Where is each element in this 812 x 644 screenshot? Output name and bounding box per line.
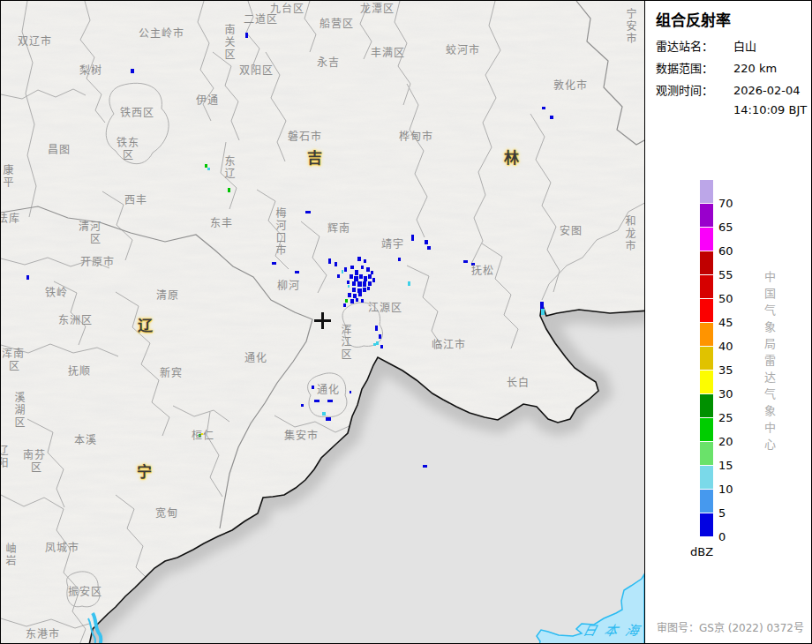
legend-swatch: 20 (700, 418, 713, 441)
radar-echo (423, 465, 427, 468)
radar-echo (375, 326, 378, 331)
legend-tick-label: 35 (718, 363, 733, 377)
legend-tick-label: 60 (718, 244, 733, 258)
radar-echo (342, 270, 343, 273)
legend-swatch: 0 (700, 513, 713, 536)
radar-echo (363, 281, 366, 287)
radar-echo (348, 293, 351, 297)
map-place-label: 法库 (1, 213, 20, 225)
map-place-label: 梅河口市 (274, 207, 285, 257)
radar-echo (337, 274, 340, 278)
map-place-label: 二道区 (244, 14, 278, 26)
radar-echo (327, 400, 333, 402)
radar-echo (366, 267, 370, 272)
radar-echo (541, 309, 545, 315)
radar-echo (350, 299, 354, 303)
legend-tick-label: 40 (718, 340, 733, 353)
product-title: 组合反射率 (656, 8, 731, 30)
radar-echo (361, 266, 364, 269)
radar-echo (347, 281, 350, 284)
map-place-label: 昌图 (48, 145, 71, 156)
legend-tick-label: 5 (718, 506, 726, 520)
radar-echo (411, 235, 414, 241)
map-place-label: 抚松 (471, 266, 494, 277)
radar-echo (361, 299, 364, 303)
map-place-label: 靖宇 (381, 239, 404, 251)
info-panel: 组合反射率 雷达站名： 白山 数据范围： 220 km 观测时间： 2026-0… (644, 1, 812, 643)
province-label: 辽 (138, 313, 153, 335)
radar-echo (245, 33, 248, 38)
radar-echo (350, 266, 354, 269)
map-place-label: 南芬 (23, 450, 46, 461)
radar-echo (348, 285, 350, 288)
map-place-label: 西丰 (124, 195, 147, 206)
map-place-label: 宁安市 (624, 8, 635, 45)
legend-swatch: 10 (700, 466, 713, 489)
map-place-label: 永吉 (317, 57, 340, 69)
range-label: 数据范围： (656, 57, 733, 79)
radar-echo (356, 298, 358, 302)
radar-echo (350, 274, 353, 279)
map-place-label: 通化 (244, 353, 267, 364)
radar-echo (352, 288, 356, 292)
map-place-label: 区 (31, 462, 42, 474)
map-place-label: 凤城市 (45, 543, 79, 554)
sea-name-label: 日本海 (581, 620, 644, 639)
map-place-label: 东辽 (222, 155, 234, 180)
time-label: 观测时间： (656, 79, 733, 101)
legend-swatch: 45 (700, 299, 713, 322)
legend-swatch: 25 (700, 394, 713, 417)
station-label: 雷达站名： (656, 35, 733, 57)
obs-time: 14:10:09 BJT (733, 101, 807, 119)
map-place-label: 宽甸 (155, 508, 178, 520)
radar-echo (550, 116, 553, 119)
map-place-label: 新宾 (160, 368, 183, 379)
legend-tick-label: 25 (718, 411, 733, 424)
radar-echo (295, 271, 299, 273)
map-place-label: 梨树 (79, 65, 102, 77)
map-place-label: 清原 (156, 290, 179, 302)
map-place-label: 东丰 (210, 218, 233, 229)
map-place-label: 铁东 (117, 138, 139, 149)
map-place-label: 江源区 (368, 303, 402, 314)
map-place-label: 东港市 (26, 629, 60, 640)
radar-echo (207, 168, 210, 170)
map-place-label: 临江市 (432, 340, 466, 351)
radar-echo (312, 386, 314, 389)
radar-echo (314, 400, 320, 402)
station-value: 白山 (733, 35, 756, 57)
map-place-label: 辽阳 (1, 445, 7, 469)
map-place-label: 桓仁 (192, 431, 214, 442)
radar-echo (350, 391, 351, 393)
legend-swatch: 35 (700, 347, 713, 370)
radar-echo (352, 281, 356, 286)
legend-tick-label: 65 (718, 221, 733, 234)
radar-echo (408, 281, 410, 286)
obs-date: 2026-02-04 (733, 79, 801, 101)
radar-echo (368, 274, 372, 279)
legend-tick-label: 15 (718, 459, 733, 472)
map-place-label: 振安区 (68, 587, 102, 598)
legend-scale: 7065605550454035302520151050 (700, 180, 713, 537)
province-label: 林 (504, 146, 519, 168)
agency-watermark: 中国气象局雷达气象中心 (761, 271, 778, 474)
radar-echo (272, 262, 276, 265)
legend-swatch: 40 (700, 323, 713, 346)
map-place-label: 磐石市 (288, 131, 322, 143)
radar-station-marker (314, 312, 331, 329)
map-license-number: 审图号：GS京 (2022) 0372号 (657, 619, 804, 634)
radar-echo (357, 281, 362, 287)
legend-swatch: 70 (700, 180, 713, 203)
radar-echo (372, 278, 375, 282)
radar-echo (322, 412, 326, 416)
map-place-label: 开原市 (80, 257, 115, 268)
radar-echo (380, 345, 383, 348)
province-label: 宁 (137, 460, 152, 482)
radar-echo (335, 262, 337, 266)
radar-echo (379, 334, 381, 339)
map-place-label: 桦甸市 (399, 131, 433, 143)
map-place-label: 丰满区 (371, 48, 405, 59)
legend-swatch: 55 (700, 251, 713, 274)
range-row: 数据范围： 220 km (656, 57, 807, 79)
radar-echo (344, 267, 347, 272)
